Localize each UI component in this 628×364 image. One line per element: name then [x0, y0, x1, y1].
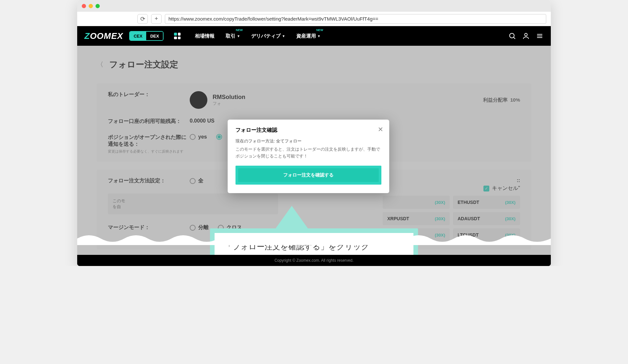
- nav-trade[interactable]: 取引▼NEW: [226, 33, 240, 39]
- chevron-down-icon: ▼: [237, 34, 240, 38]
- window-minimize-icon[interactable]: [89, 4, 93, 8]
- trader-subtitle: フォ: [213, 101, 245, 107]
- footer: Copyright © Zoomex.com. All rights reser…: [77, 255, 551, 266]
- close-icon[interactable]: ✕: [378, 125, 383, 133]
- page-header: 〈 フォロー注文設定: [97, 59, 531, 70]
- modal-button-wrap: フォロー注文を確認する: [236, 166, 381, 185]
- nav-links: 相場情報 取引▼NEW デリバティブ▼ 資産運用▼NEW: [195, 33, 321, 39]
- contracts-header-tail: ::: [383, 177, 520, 183]
- new-badge: NEW: [236, 28, 243, 32]
- instruction-callout: 「フォロー注文を確認する」をクリック: [210, 206, 418, 255]
- trader-label: 私のトレーダー：: [108, 91, 190, 98]
- radio-yes-label: yes: [198, 134, 207, 140]
- balance-value: 0.0000 US: [190, 118, 215, 124]
- logo-rest: OOMEX: [90, 31, 123, 41]
- pair-item[interactable]: ADAUSDT(30X): [453, 212, 520, 225]
- url-bar[interactable]: https://www.zoomex.com/copyTrade/followe…: [165, 14, 546, 24]
- toggle-cex[interactable]: CEX: [130, 32, 147, 40]
- window-close-icon[interactable]: [82, 4, 86, 8]
- confirm-follow-button[interactable]: フォロー注文を確認する: [238, 168, 379, 182]
- refresh-button[interactable]: ⟳: [137, 14, 148, 24]
- url-text: https://www.zoomex.com/copyTrade/followe…: [168, 16, 378, 22]
- modal-method-line: 現在のフォロー方法: 全てフォロー: [236, 138, 381, 144]
- notify-sublabel: 変更は保存する必要なく、すぐに反映されます: [108, 149, 190, 154]
- logo[interactable]: ZOOMEX: [84, 31, 123, 41]
- browser-toolbar: ⟳ + https://www.zoomex.com/copyTrade/fol…: [77, 12, 551, 26]
- page-title: フォロー注文設定: [109, 59, 178, 70]
- svg-line-1: [514, 38, 515, 39]
- radio-method-all[interactable]: [190, 178, 196, 184]
- new-tab-button[interactable]: +: [151, 14, 162, 24]
- checkbox-cancel[interactable]: ✓: [483, 186, 489, 191]
- new-badge: NEW: [316, 28, 323, 32]
- trader-name: RMSolution: [213, 94, 245, 101]
- toggle-dex[interactable]: DEX: [146, 32, 163, 40]
- svg-point-2: [525, 33, 527, 36]
- margin-label: マージンモード：: [108, 224, 190, 231]
- nav-market[interactable]: 相場情報: [195, 33, 215, 39]
- footer-text: Copyright © Zoomex.com. All rights reser…: [274, 258, 354, 263]
- content-area: 〈 フォロー注文設定 私のトレーダー： RMSolution フォ: [77, 46, 551, 255]
- search-icon[interactable]: [508, 32, 516, 40]
- back-arrow-icon[interactable]: 〈: [97, 60, 103, 69]
- profit-rate: 利益分配率 10%: [483, 97, 520, 103]
- window-titlebar: [77, 0, 551, 12]
- cex-dex-toggle[interactable]: CEX DEX: [129, 31, 164, 41]
- avatar: [190, 91, 207, 109]
- balance-label: フォロー口座の利用可能残高：: [108, 118, 190, 125]
- cancel-row: ✓ キャンセル": [383, 185, 520, 192]
- logo-accent: Z: [84, 31, 90, 41]
- torn-edge-decoration: [77, 232, 551, 245]
- user-icon[interactable]: [522, 32, 530, 40]
- callout-arrow-icon: [275, 206, 308, 229]
- cancel-label: キャンセル": [492, 185, 520, 192]
- radio-no[interactable]: [216, 134, 222, 140]
- nav-wealth[interactable]: 資産運用▼NEW: [296, 33, 321, 39]
- chevron-down-icon: ▼: [282, 34, 285, 38]
- apps-grid-icon[interactable]: [174, 33, 181, 39]
- modal-title: フォロー注文確認: [236, 127, 381, 134]
- radio-isolated-label: 分離: [198, 224, 209, 231]
- radio-isolated[interactable]: [190, 225, 196, 231]
- top-nav: ZOOMEX CEX DEX 相場情報 取引▼NEW デリバティブ▼ 資産運用▼…: [77, 26, 551, 46]
- radio-yes[interactable]: [190, 134, 196, 140]
- nav-derivatives[interactable]: デリバティブ▼: [251, 33, 285, 39]
- method-label: フォロー注文方法設定：: [108, 177, 190, 184]
- svg-point-0: [510, 33, 514, 38]
- menu-icon[interactable]: [536, 32, 544, 40]
- modal-desc: このモードを選択すると、注文はトレーダーの注文を反映しますが、手動でポジションを…: [236, 146, 381, 160]
- window-zoom-icon[interactable]: [96, 4, 100, 8]
- pair-item[interactable]: ETHUSDT(30X): [453, 196, 520, 209]
- trader-row: 私のトレーダー： RMSolution フォ 利益分配率 10%: [108, 91, 520, 109]
- notify-label: ポジションがオープンされた際に通知を送る： 変更は保存する必要なく、すぐに反映さ…: [108, 134, 190, 154]
- radio-method-all-label: 全: [198, 177, 203, 184]
- chevron-down-icon: ▼: [317, 34, 321, 38]
- confirm-modal: ✕ フォロー注文確認 現在のフォロー方法: 全てフォロー このモードを選択すると…: [228, 120, 389, 193]
- browser-window: ⟳ + https://www.zoomex.com/copyTrade/fol…: [77, 0, 551, 266]
- app-root: ZOOMEX CEX DEX 相場情報 取引▼NEW デリバティブ▼ 資産運用▼…: [77, 26, 551, 266]
- notify-radio-group: yes: [190, 134, 222, 140]
